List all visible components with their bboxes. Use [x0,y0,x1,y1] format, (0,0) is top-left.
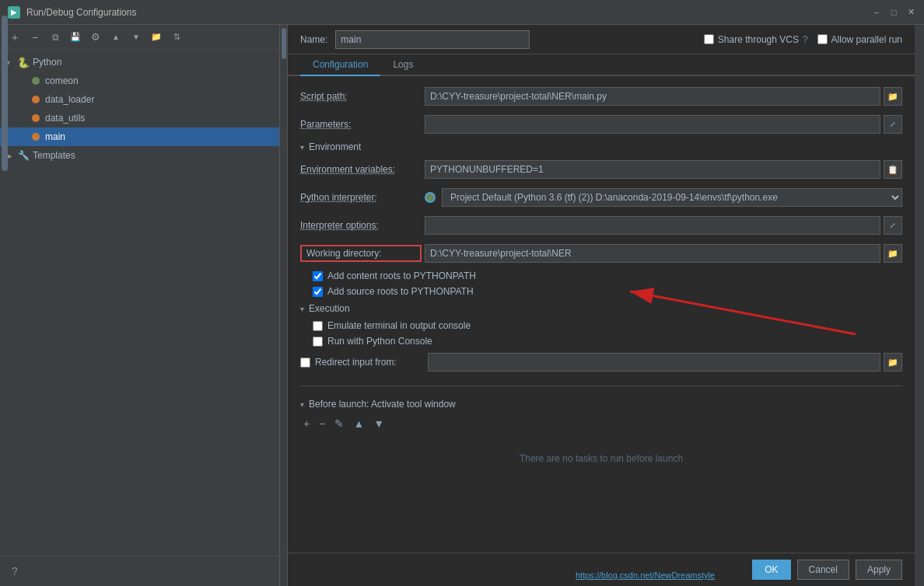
sidebar-item-templates[interactable]: ▶ 🔧 Templates [0,146,279,165]
add-content-roots-label[interactable]: Add content roots to PYTHONPATH [327,270,476,281]
script-path-browse-button[interactable]: 📁 [884,87,902,106]
python-interpreter-label: Python interpreter: [300,192,425,203]
main-scrollbar[interactable] [915,25,924,586]
working-dir-row: Working directory: 📁 [300,242,902,264]
add-source-roots-label[interactable]: Add source roots to PYTHONPATH [327,286,474,297]
share-vcs-group: Share through VCS ? [704,34,808,45]
add-source-roots-row: Add source roots to PYTHONPATH [300,286,902,297]
script-path-input[interactable] [425,87,880,106]
sort-button[interactable]: ⇅ [168,29,185,46]
add-source-roots-checkbox[interactable] [313,287,323,297]
file-orange2-icon [30,112,42,124]
minimize-button[interactable]: − [871,7,882,18]
emulate-terminal-row: Emulate terminal in output console [300,320,902,331]
script-path-row: Script path: ▼ 📁 [300,85,902,107]
working-dir-browse-button[interactable]: 📁 [884,244,902,263]
interpreter-options-row: Interpreter options: ⤢ [300,215,902,236]
python-interpreter-row: Python interpreter: Project Default (Pyt… [300,187,902,208]
ok-button[interactable]: OK [752,560,790,580]
vcs-help-icon: ? [803,34,808,45]
redirect-input-browse-button[interactable]: 📁 [884,353,902,371]
before-launch-edit-button[interactable]: ✎ [331,416,347,431]
tab-logs[interactable]: Logs [380,54,425,76]
environment-section-label: Environment [309,141,361,152]
run-python-console-checkbox[interactable] [313,337,323,347]
allow-parallel-checkbox[interactable] [817,34,828,44]
redirect-input-row: Redirect input from: 📁 [300,351,902,373]
sidebar-item-comeon[interactable]: comeon [0,72,279,90]
sidebar-item-label: comeon [45,75,79,86]
footer-link[interactable]: https://blog.csdn.net/NewDreamstyle [576,570,715,580]
name-input[interactable] [335,30,530,49]
before-launch-chevron-icon: ▾ [300,400,304,409]
before-launch-add-button[interactable]: + [300,416,313,431]
sidebar-item-label: Templates [33,150,75,161]
help-button[interactable]: ? [6,563,23,580]
redirect-input-label[interactable]: Redirect input from: [315,357,397,368]
config-tree: ▾ 🐍 Python comeon data_loader [0,50,279,556]
env-vars-row: Environment variables: 📋 [300,159,902,180]
parameters-input[interactable] [425,115,880,134]
parameters-label: Parameters: [300,119,425,130]
apply-button[interactable]: Apply [856,560,902,580]
remove-config-button[interactable]: − [26,29,44,46]
environment-section-header[interactable]: ▾ Environment [300,141,902,152]
emulate-terminal-label[interactable]: Emulate terminal in output console [327,320,471,331]
parameters-row: Parameters: ⤢ [300,113,902,135]
interpreter-options-input[interactable] [425,216,880,235]
execution-section-label: Execution [309,303,350,314]
file-orange-icon [30,93,42,106]
env-vars-browse-button[interactable]: 📋 [884,160,902,179]
share-vcs-label[interactable]: Share through VCS [718,34,799,45]
chevron-down-icon: ▾ [300,143,304,152]
svg-point-2 [32,114,40,122]
add-content-roots-row: Add content roots to PYTHONPATH [300,270,902,281]
name-label: Name: [300,34,327,45]
execution-section-header[interactable]: ▾ Execution [300,303,902,314]
tab-configuration[interactable]: Configuration [300,54,380,76]
cancel-button[interactable]: Cancel [797,560,849,580]
sidebar-item-data-utils[interactable]: data_utils [0,109,279,127]
move-up-button[interactable]: ▲ [107,29,124,46]
redirect-input-checkbox[interactable] [300,358,310,368]
copy-config-button[interactable]: ⧉ [47,29,64,46]
sidebar-item-main[interactable]: main [0,127,279,146]
working-dir-input[interactable] [425,244,880,263]
run-python-console-label[interactable]: Run with Python Console [327,336,432,347]
move-down-button[interactable]: ▼ [128,29,145,46]
redirect-input-field[interactable] [428,353,880,371]
python-interpreter-select[interactable]: Project Default (Python 3.6 (tf) (2)) D:… [442,188,902,207]
add-config-button[interactable]: + [6,29,23,46]
add-content-roots-checkbox[interactable] [313,271,323,281]
parameters-expand-button[interactable]: ⤢ [884,115,902,134]
file-main-icon [30,131,42,143]
env-vars-input[interactable] [425,160,880,179]
before-launch-down-button[interactable]: ▼ [370,416,387,431]
before-launch-up-button[interactable]: ▲ [350,416,367,431]
maximize-button[interactable]: □ [888,7,899,18]
before-launch-toolbar: + − ✎ ▲ ▼ [300,416,902,431]
sidebar-scrollbar[interactable] [280,25,288,586]
close-button[interactable]: ✕ [905,7,916,18]
settings-config-button[interactable]: ⚙ [87,29,104,46]
sidebar-item-label: Python [33,57,61,68]
share-vcs-checkbox[interactable] [704,34,714,44]
sidebar-item-data-loader[interactable]: data_loader [0,90,279,109]
svg-point-1 [32,96,40,103]
allow-parallel-label[interactable]: Allow parallel run [831,34,902,45]
footer: https://blog.csdn.net/NewDreamstyle OK C… [288,553,915,586]
sidebar-item-label: data_utils [45,113,85,124]
tab-bar: Configuration Logs [288,54,915,76]
interpreter-status-icon [425,192,436,203]
svg-point-3 [32,133,40,141]
before-launch-label: Before launch: Activate tool window [309,399,456,410]
sidebar-item-python[interactable]: ▾ 🐍 Python [0,53,279,72]
interpreter-options-expand-button[interactable]: ⤢ [884,216,902,235]
save-config-button[interactable]: 💾 [67,29,84,46]
emulate-terminal-checkbox[interactable] [313,321,323,331]
before-launch-remove-button[interactable]: − [316,416,328,431]
folder-button[interactable]: 📁 [148,29,165,46]
python-icon: 🐍 [17,56,30,68]
sidebar-item-label: main [45,131,65,142]
window-title: Run/Debug Configurations [26,7,136,18]
